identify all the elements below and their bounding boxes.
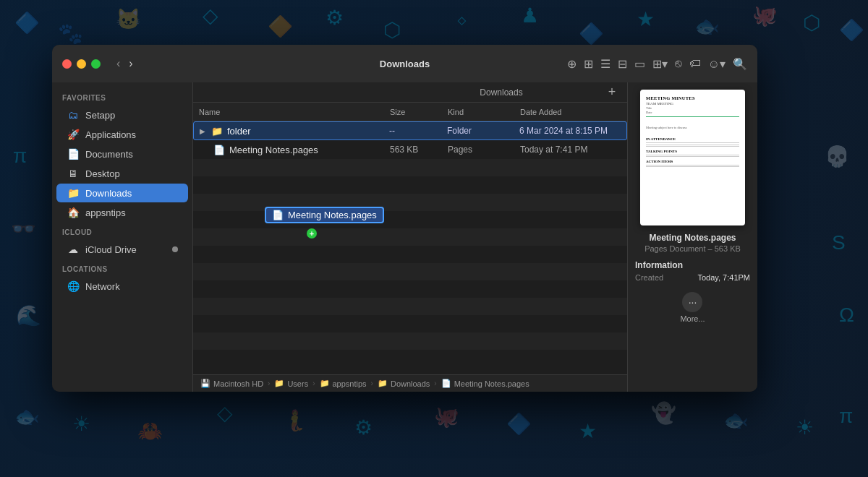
doc-subtitle: TEAM MEETING xyxy=(646,102,739,106)
sidebar-item-label-desktop: Desktop xyxy=(85,168,120,179)
network-icon: 🌐 xyxy=(67,280,80,292)
downloads-icon: 📁 xyxy=(67,187,80,199)
table-row[interactable]: ▶ 📁 folder -- Folder 6 Mar 2024 at 8:15 … xyxy=(193,121,627,140)
icloud-label: iCloud xyxy=(52,223,192,239)
breadcrumb-label-hd: Macintosh HD xyxy=(213,379,263,388)
doc-line-2 xyxy=(646,145,739,145)
desktop-icon: 🖥 xyxy=(67,168,80,179)
gallery-view-icon[interactable]: ▭ xyxy=(634,57,645,71)
table-row-empty xyxy=(193,315,627,332)
col-size-header[interactable]: Size xyxy=(390,108,448,116)
doc-line-5 xyxy=(646,156,739,157)
window-title: Downloads xyxy=(380,59,430,69)
breadcrumb-item-file[interactable]: 📄 Meeting Notes.pages xyxy=(441,379,529,388)
grouping-icon[interactable]: ⊞▾ xyxy=(652,57,668,71)
downloads-folder-icon: 📁 xyxy=(378,379,388,388)
col-kind-header[interactable]: Kind xyxy=(448,108,520,116)
doc-title: MEETING MINUTES xyxy=(646,95,739,100)
column-view-icon[interactable]: ⊟ xyxy=(618,57,627,71)
doc-line-1 xyxy=(646,142,739,143)
sidebar-item-documents[interactable]: 📄 Documents xyxy=(56,145,188,163)
icloud-indicator xyxy=(172,246,178,252)
file-kind-folder: Folder xyxy=(447,126,519,136)
col-name-header[interactable]: Name xyxy=(199,108,390,116)
doc-section-2: TALKING POINTS xyxy=(646,150,739,153)
sidebar-item-icloud-drive[interactable]: ☁ iCloud Drive xyxy=(56,240,188,259)
icloud-icon: ☁ xyxy=(67,244,80,255)
sidebar-item-network[interactable]: 🌐 Network xyxy=(56,277,188,296)
created-key: Created xyxy=(635,273,663,282)
nav-arrows: ‹ › xyxy=(114,56,136,72)
sidebar-item-downloads[interactable]: 📁 Downloads xyxy=(56,184,188,202)
subbar: Downloads + xyxy=(193,82,627,103)
back-arrow[interactable]: ‹ xyxy=(114,56,123,72)
title-center: Downloads xyxy=(380,59,430,69)
breadcrumb-item-hd[interactable]: 💾 Macintosh HD xyxy=(200,379,263,388)
doc-section-1: IN ATTENDANCE xyxy=(646,137,739,141)
breadcrumb-arrow-4: › xyxy=(434,379,436,387)
title-bar: ‹ › Downloads ⊕ ⊞ ☰ ⊟ ▭ ⊞▾ ⎋ 🏷 ☺▾ 🔍 xyxy=(52,45,757,82)
more-button[interactable]: ··· More... xyxy=(680,292,705,323)
expand-icon-folder[interactable]: ▶ xyxy=(200,127,205,135)
table-row-empty xyxy=(193,194,627,211)
folder-icon: 📁 xyxy=(211,126,223,137)
pages-file-icon: 📄 xyxy=(213,145,225,155)
more-icon[interactable]: ☺▾ xyxy=(708,57,726,71)
file-date-folder: 6 Mar 2024 at 8:15 PM xyxy=(519,126,621,136)
table-row-empty xyxy=(193,228,627,246)
sidebar-item-label-downloads: Downloads xyxy=(85,188,132,199)
table-row-empty xyxy=(193,280,627,298)
table-row-empty xyxy=(193,246,627,263)
list-view-icon[interactable]: ☰ xyxy=(600,57,610,71)
add-button[interactable]: + xyxy=(604,85,620,100)
appsntips-folder-icon: 📁 xyxy=(320,379,330,388)
breadcrumb-arrow-1: › xyxy=(268,379,270,387)
preview-filename: Meeting Notes.pages xyxy=(649,233,736,243)
file-date-meeting: Today at 7:41 PM xyxy=(520,145,621,155)
minimize-button[interactable] xyxy=(77,59,86,69)
breadcrumb-item-users[interactable]: 📁 Users xyxy=(274,379,308,388)
column-headers: Name Size Kind Date Added xyxy=(193,103,627,121)
locations-label: Locations xyxy=(52,259,192,276)
tag-icon[interactable]: 🏷 xyxy=(689,57,701,70)
preview-panel: MEETING MINUTES TEAM MEETING Title Date … xyxy=(627,82,757,392)
sidebar: Favorites 🗂 Setapp 🚀 Applications 📄 Docu… xyxy=(52,82,193,392)
doc-section-3: ACTION ITEMS xyxy=(646,160,739,163)
close-button[interactable] xyxy=(62,59,72,69)
sidebar-item-appsntips[interactable]: 🏠 appsntips xyxy=(56,203,188,222)
file-name-meeting: 📄 Meeting Notes.pages xyxy=(199,145,390,155)
col-date-header[interactable]: Date Added xyxy=(520,108,621,116)
applications-icon: 🚀 xyxy=(67,129,80,140)
table-row[interactable]: 📄 Meeting Notes.pages 563 KB Pages Today… xyxy=(193,140,627,159)
breadcrumb-label-downloads: Downloads xyxy=(391,379,430,388)
file-breadcrumb-icon: 📄 xyxy=(441,379,451,388)
grid-view-icon[interactable]: ⊞ xyxy=(584,57,593,71)
airdrop-icon[interactable]: ⊕ xyxy=(567,57,576,71)
breadcrumb-item-downloads[interactable]: 📁 Downloads xyxy=(378,379,430,388)
appsntips-icon: 🏠 xyxy=(67,207,80,218)
file-list: ▶ 📁 folder -- Folder 6 Mar 2024 at 8:15 … xyxy=(193,121,627,374)
traffic-lights xyxy=(62,59,101,69)
doc-line-7 xyxy=(646,166,739,167)
hd-icon: 💾 xyxy=(200,379,210,388)
maximize-button[interactable] xyxy=(91,59,101,69)
table-row-empty xyxy=(193,263,627,280)
preview-info-row: Created Today, 7:41PM xyxy=(635,273,750,282)
table-row-empty xyxy=(193,159,627,176)
breadcrumb-item-appsntips[interactable]: 📁 appsntips xyxy=(320,379,367,388)
more-label: More... xyxy=(680,314,705,323)
created-value: Today, 7:41PM xyxy=(697,273,750,282)
table-row-empty xyxy=(193,211,627,228)
users-folder-icon: 📁 xyxy=(274,379,284,388)
doc-meeting-field: Meeting subject here to discuss xyxy=(646,126,739,129)
file-label-meeting: Meeting Notes.pages xyxy=(229,145,318,155)
file-kind-meeting: Pages xyxy=(448,145,520,155)
status-bar: 💾 Macintosh HD › 📁 Users › 📁 appsntips ›… xyxy=(193,374,627,392)
share-icon[interactable]: ⎋ xyxy=(675,57,682,70)
sidebar-item-desktop[interactable]: 🖥 Desktop xyxy=(56,164,188,183)
sidebar-item-setapp[interactable]: 🗂 Setapp xyxy=(56,106,188,124)
sidebar-item-applications[interactable]: 🚀 Applications xyxy=(56,125,188,144)
doc-line-4 xyxy=(646,155,739,155)
forward-arrow[interactable]: › xyxy=(126,56,135,72)
search-icon[interactable]: 🔍 xyxy=(733,57,747,71)
